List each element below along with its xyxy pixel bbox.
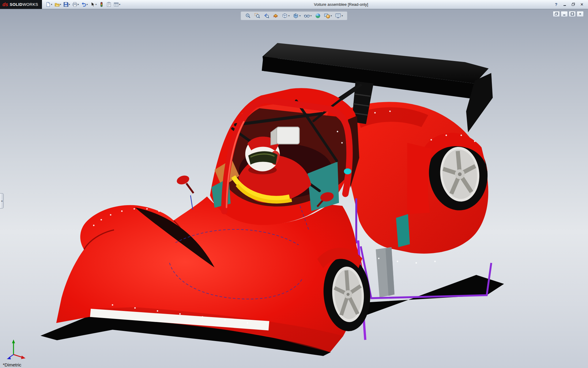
close-button[interactable]: ✕ (579, 2, 584, 7)
open-folder-icon (55, 2, 60, 7)
hide-show-items-button[interactable]: ▾ (303, 13, 312, 19)
view-settings-icon (335, 13, 341, 19)
minimize-button[interactable] (562, 2, 567, 6)
file-properties-button[interactable] (106, 2, 112, 7)
dropdown-caret[interactable]: ▾ (119, 3, 120, 6)
window-title: Voiture assemblee [Read-only] (314, 2, 368, 7)
solidworks-window: ds SOLIDWORKS ▾ ▾ ▾ ▾ ▾ (0, 0, 588, 368)
doc-restore-button[interactable] (553, 11, 560, 17)
zoom-to-area-icon (254, 13, 260, 19)
restore-icon (571, 2, 575, 6)
zoom-to-fit-icon (245, 13, 251, 19)
dropdown-caret[interactable]: ▾ (51, 3, 52, 6)
previous-view-button[interactable] (263, 13, 270, 19)
new-document-icon (46, 2, 51, 7)
titlebar: ds SOLIDWORKS ▾ ▾ ▾ ▾ ▾ (0, 0, 588, 9)
options-button[interactable]: ▾ (113, 2, 121, 7)
apply-scene-button[interactable]: ▾ (324, 13, 333, 19)
dropdown-caret[interactable]: ▾ (87, 3, 88, 6)
hide-show-glasses-icon (304, 13, 310, 19)
options-table-icon (114, 2, 119, 7)
brand-bold: SOLID (10, 2, 23, 7)
solidworks-logo: ds SOLIDWORKS (0, 0, 42, 9)
dropdown-caret[interactable]: ▾ (299, 15, 300, 17)
dropdown-caret[interactable]: ▾ (331, 15, 332, 17)
save-button[interactable]: ▾ (63, 2, 71, 7)
print-button[interactable]: ▾ (72, 2, 80, 7)
display-style-cube-icon (293, 13, 299, 19)
section-view-button[interactable] (272, 13, 279, 19)
camera-box[interactable] (271, 127, 299, 145)
edit-appearance-button[interactable] (315, 13, 322, 19)
doc-restore-icon (555, 12, 558, 16)
select-cursor-icon (90, 2, 95, 7)
dropdown-caret[interactable]: ▾ (69, 3, 70, 6)
left-mirror[interactable] (176, 174, 194, 193)
feature-panel-handle[interactable]: ◂ (0, 193, 4, 209)
dropdown-caret[interactable]: ▾ (288, 15, 289, 17)
orientation-triad (7, 339, 25, 359)
apply-scene-icon (324, 13, 330, 19)
rebuild-button[interactable] (98, 2, 105, 7)
select-button[interactable]: ▾ (89, 2, 97, 7)
doc-minimize-icon (563, 12, 566, 16)
zoom-to-fit-button[interactable] (244, 13, 251, 19)
minimize-icon (563, 2, 567, 6)
doc-maximize-icon (571, 12, 574, 16)
solidworks-logo-text: SOLIDWORKS (10, 2, 38, 7)
dropdown-caret[interactable]: ▾ (60, 3, 61, 6)
doc-close-button[interactable]: ✕ (577, 11, 584, 17)
dropdown-caret[interactable]: ▾ (96, 3, 97, 6)
section-view-icon (273, 13, 278, 19)
help-button[interactable]: ? (554, 2, 559, 7)
new-document-button[interactable]: ▾ (45, 2, 53, 7)
previous-view-icon (263, 13, 269, 19)
view-orientation-button[interactable]: ▾ (281, 13, 290, 19)
appearance-ball-icon (315, 13, 321, 19)
print-icon (72, 2, 77, 7)
collapse-arrow-icon: ◂ (1, 199, 2, 202)
cyan-detail (344, 168, 351, 174)
side-window-teal[interactable] (396, 214, 410, 247)
view-orientation-cube-icon (282, 13, 288, 19)
dropdown-caret[interactable]: ▾ (310, 15, 311, 17)
undo-arrow-icon (81, 2, 86, 7)
open-button[interactable]: ▾ (54, 2, 62, 7)
dropdown-caret[interactable]: ▾ (342, 15, 343, 17)
brand-light: WORKS (22, 2, 38, 7)
solidworks-logo-icon: ds (2, 2, 8, 7)
restore-button[interactable] (571, 2, 576, 6)
sketch-pin (190, 195, 193, 210)
undo-button[interactable]: ▾ (81, 2, 89, 7)
heads-up-toolbar: ▾ ▾ ▾ ▾ ▾ (240, 11, 347, 20)
view-settings-button[interactable]: ▾ (335, 13, 344, 19)
main-toolbar: ▾ ▾ ▾ ▾ ▾ ▾ (42, 2, 124, 7)
save-disk-icon (63, 2, 69, 7)
document-window-controls: ✕ (553, 11, 584, 17)
doc-minimize-button[interactable] (561, 11, 568, 17)
zoom-to-area-button[interactable] (254, 13, 261, 19)
model-scene[interactable] (0, 9, 588, 368)
file-properties-icon (106, 2, 111, 7)
dropdown-caret[interactable]: ▾ (78, 3, 79, 6)
view-orientation-label: *Dimetric (3, 362, 21, 367)
graphics-viewport[interactable]: ▾ ▾ ▾ ▾ ▾ (0, 9, 588, 368)
doc-maximize-button[interactable] (569, 11, 576, 17)
window-controls: ? ✕ (554, 2, 588, 7)
display-style-button[interactable]: ▾ (292, 13, 301, 19)
rebuild-traffic-light-icon (99, 2, 104, 7)
